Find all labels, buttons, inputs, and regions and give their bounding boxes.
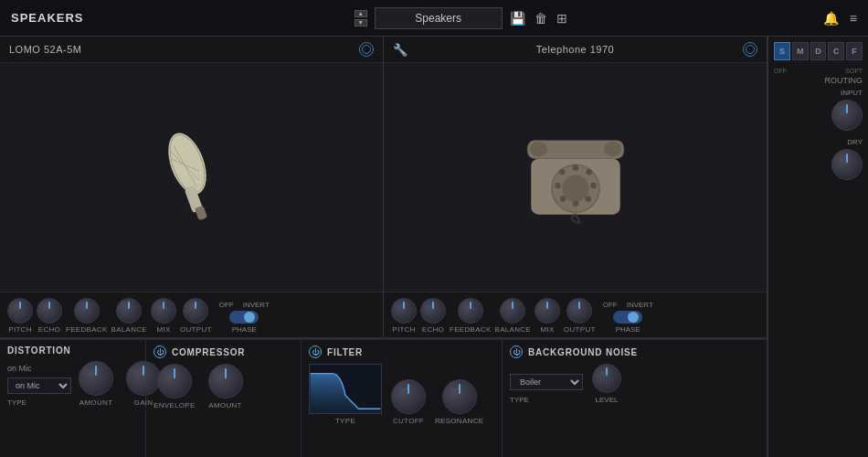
mic-panel-left-knobs-row: PITCH ECHO FEEDBACK BALANCE [0,292,383,337]
input-label: INPUT [841,89,863,97]
tab-f[interactable]: F [846,42,863,60]
svg-point-13 [585,196,591,202]
off-label: OFF [774,68,787,74]
distortion-amount-knob[interactable] [79,361,113,396]
mic-image-area-left [0,63,383,292]
mic-panel-right-power[interactable] [743,42,757,57]
distortion-type-dropdown[interactable]: on Mic [7,377,71,394]
tab-m[interactable]: M [792,42,809,60]
menu-icon[interactable]: ≡ [850,11,857,26]
phase-section-right: OFF INVERT PHASE [603,301,653,334]
balance-label-left: BALANCE [111,325,147,334]
mic-panel-left-power[interactable] [359,42,374,57]
svg-point-9 [562,175,588,202]
mic-panel-left: LOMO 52A-5M [0,37,384,337]
filter-title: FILTER [327,347,363,357]
output-knob-right[interactable] [566,298,592,324]
bell-icon[interactable]: 🔔 [823,11,839,26]
phase-text-left: PHASE [232,325,257,334]
app-title: SPEAKERS [11,11,84,25]
mix-label-right: MIX [540,325,554,334]
phase-toggle-left[interactable] [229,311,259,324]
balance-knob-right[interactable] [500,298,525,324]
mic-panel-right-title: Telephone 1970 [536,44,614,55]
top-bar-center: ▲ ▼ Speakers 💾 🗑 ⊞ [99,7,823,29]
svg-point-16 [555,183,561,189]
echo-knob-right[interactable] [420,298,446,324]
knob-group-echo-left: ECHO [37,298,62,334]
echo-knob-left[interactable] [37,298,62,324]
feedback-knob-right[interactable] [458,298,483,324]
pitch-label-left: PITCH [8,325,32,334]
echo-label-left: ECHO [38,325,60,334]
tab-d[interactable]: D [810,42,827,60]
compressor-power[interactable]: ⏻ [153,345,166,358]
compressor-amount-knob-group: AMOUNT [208,364,243,409]
compressor-envelope-label: ENVELOPE [153,401,196,409]
bg-noise-power[interactable]: ⏻ [510,345,523,358]
output-knob-left[interactable] [183,298,208,324]
wrench-icon[interactable]: 🔧 [393,43,408,57]
knob-group-feedback-left: FEEDBACK [66,298,108,334]
input-knob[interactable] [831,100,863,131]
tab-s[interactable]: S [774,42,790,60]
bg-noise-level-knob[interactable] [592,364,621,393]
filter-power[interactable]: ⏻ [309,345,322,358]
bg-noise-type-area: Boiler TYPE [510,374,583,404]
routing-label: ROUTING [774,76,863,85]
svg-point-15 [559,196,566,202]
mic-panel-right-header: 🔧 Telephone 1970 [384,37,767,63]
envelope-knob-group: ENVELOPE [153,364,196,409]
distortion-type-area: on Mic on Mic TYPE [7,364,71,407]
compressor-envelope-knob[interactable] [157,364,192,399]
noise-type-dropdown[interactable]: Boiler [510,374,583,390]
distortion-type-label: TYPE [7,399,71,407]
bg-noise-content: Boiler TYPE LEVEL [510,364,759,404]
mix-knob-left[interactable] [151,298,176,324]
bg-noise-type-label: TYPE [510,396,583,404]
mic-panel-right-knobs-row: PITCH ECHO FEEDBACK BALANCE [384,292,767,337]
phase-invert-label-left: INVERT [243,301,270,309]
svg-point-19 [529,142,547,156]
grid-icon[interactable]: ⊞ [556,11,567,26]
filter-resonance-knob[interactable] [442,379,477,414]
soft-label: SOFT [845,68,863,74]
filter-resonance-label: RESONANCE [435,417,483,425]
pitch-label-right: PITCH [392,325,416,334]
knob-group-mix-left: MIX [151,298,176,334]
filter-cutoff-knob[interactable] [391,379,426,414]
off-soft-labels: OFF SOFT [774,68,863,74]
preset-arrow-up[interactable]: ▲ [355,10,367,17]
phase-off-label-right: OFF [603,301,618,309]
compressor-amount-knob[interactable] [208,364,243,399]
feedback-knob-left[interactable] [74,298,100,324]
compressor-panel: ⏻ COMPRESSOR ENVELOPE AMOUNT [146,340,302,457]
balance-knob-left[interactable] [116,298,142,324]
mix-knob-right[interactable] [535,298,560,324]
tab-c[interactable]: C [828,42,844,60]
save-icon[interactable]: 💾 [510,11,525,26]
dry-knob[interactable] [831,149,863,180]
compressor-knobs: ENVELOPE AMOUNT [153,364,293,409]
preset-name[interactable]: Speakers [375,7,503,29]
output-label-right: OUTPUT [564,325,596,334]
svg-point-10 [572,165,578,171]
svg-point-12 [590,183,597,189]
pitch-knob-right[interactable] [391,298,417,324]
phase-off-label-left: OFF [219,301,234,309]
knob-group-feedback-right: FEEDBACK [450,298,492,334]
distortion-gain-knob[interactable] [126,361,161,396]
preset-arrows[interactable]: ▲ ▼ [355,10,367,27]
bg-noise-title: BACKGROUND NOISE [528,347,638,357]
bottom-panels: DISTORTION on Mic on Mic TYPE AMOUNT [0,338,767,457]
mic-panel-left-title: LOMO 52A-5M [9,44,81,55]
pitch-knob-left[interactable] [7,298,33,324]
delete-icon[interactable]: 🗑 [535,11,547,26]
filter-curve-svg [310,365,381,413]
phase-toggle-right[interactable] [613,311,642,324]
balance-label-right: BALANCE [495,325,531,334]
svg-point-14 [572,200,578,207]
telephone-image [516,122,635,232]
preset-arrow-down[interactable]: ▼ [355,19,367,27]
filter-header: ⏻ FILTER [309,345,494,358]
